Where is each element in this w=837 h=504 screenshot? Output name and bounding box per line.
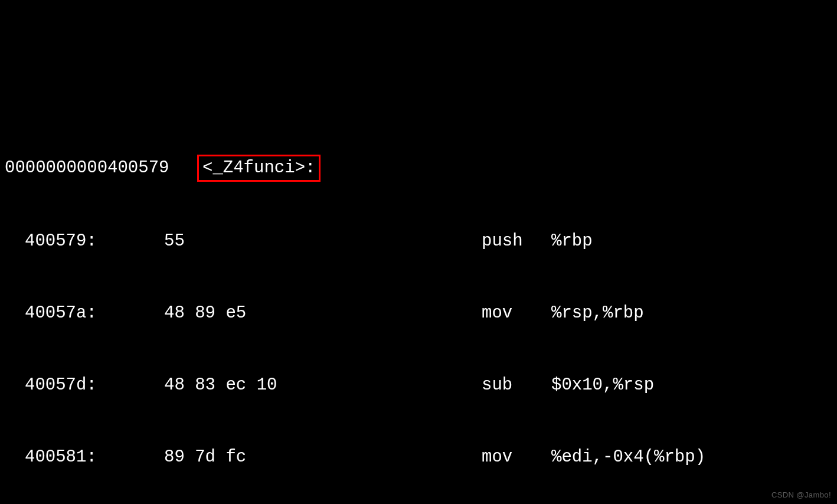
func-address: 0000000000400579 [5, 156, 201, 181]
instr-bytes: 48 89 e5 [164, 302, 482, 326]
instr-addr: 400579: [5, 230, 164, 254]
instr-addr: 40057d: [5, 374, 164, 398]
instr-addr: 40057a: [5, 302, 164, 326]
disasm-row: 40057a:48 89 e5mov%rsp,%rbp [5, 302, 832, 326]
instr-addr: 400581: [5, 446, 164, 470]
func-symbol: <_Z4funci>: [197, 155, 321, 182]
disasm-row: 400579:55push%rbp [5, 230, 832, 254]
instr-mnemonic: mov [482, 302, 551, 326]
instr-operands: %rsp,%rbp [551, 302, 644, 326]
instr-mnemonic: push [482, 230, 551, 254]
disasm-row: 400581:89 7d fcmov%edi,-0x4(%rbp) [5, 446, 832, 470]
instr-mnemonic: mov [482, 446, 551, 470]
instr-operands: %edi,-0x4(%rbp) [551, 446, 705, 470]
instr-bytes: 89 7d fc [164, 446, 482, 470]
instr-operands: $0x10,%rsp [551, 374, 654, 398]
disasm-row: 40057d:48 83 ec 10sub$0x10,%rsp [5, 374, 832, 398]
instr-mnemonic: sub [482, 374, 551, 398]
disassembly-block-0: 0000000000400579 <_Z4funci>: 400579:55pu… [5, 106, 832, 504]
instr-bytes: 48 83 ec 10 [164, 374, 482, 398]
watermark-text: CSDN @Jambo! [771, 490, 831, 500]
func-header: 0000000000400579 <_Z4funci>: [5, 155, 832, 182]
instr-bytes: 55 [164, 230, 482, 254]
instr-operands: %rbp [551, 230, 593, 254]
